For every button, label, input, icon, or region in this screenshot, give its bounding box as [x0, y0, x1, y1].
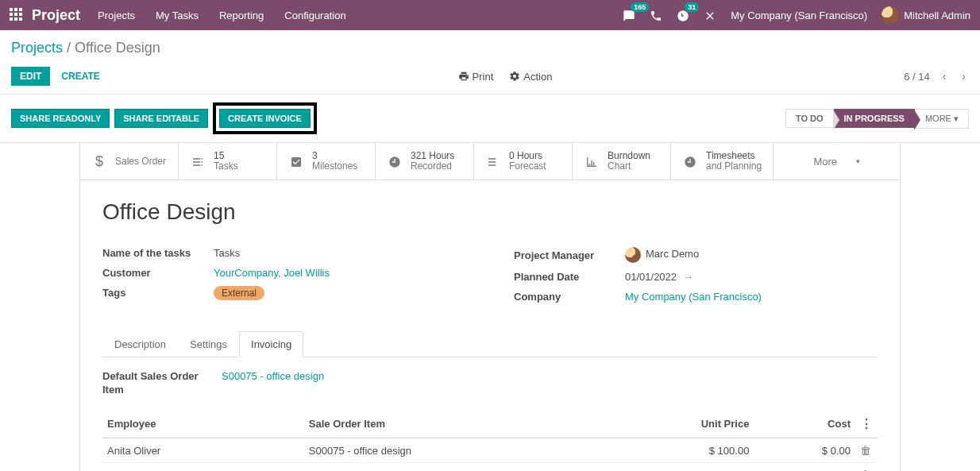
breadcrumb-root[interactable]: Projects [11, 40, 63, 56]
menu-projects[interactable]: Projects [98, 10, 135, 21]
label-customer: Customer [102, 267, 214, 279]
stat-hours-forecast[interactable]: 0 HoursForecast [474, 143, 573, 180]
cell-employee: Mitchell Admin [102, 463, 304, 471]
clock-icon [387, 153, 403, 170]
phone-icon[interactable] [650, 8, 662, 22]
value-name-tasks: Tasks [214, 247, 240, 259]
chart-icon [584, 153, 600, 170]
label-tags: Tags [102, 287, 214, 299]
table-row[interactable]: Mitchell AdminS00075 - office design$ 10… [102, 463, 878, 471]
label-planned-date: Planned Date [514, 271, 625, 283]
notebook-tabs: Description Settings Invoicing [102, 331, 878, 357]
arrow-right-icon: → [683, 271, 693, 283]
cell-cost: $ 0.00 [754, 438, 855, 463]
menu-reporting[interactable]: Reporting [219, 10, 264, 21]
company-switcher[interactable]: My Company (San Francisco) [731, 10, 867, 21]
create-invoice-highlight: CREATE INVOICE [213, 102, 317, 134]
cell-soi: S00075 - office design [304, 463, 601, 471]
label-company: Company [514, 291, 625, 303]
pager-prev[interactable]: ‹ [939, 68, 950, 84]
tab-invoicing[interactable]: Invoicing [239, 331, 303, 357]
stat-hours-recorded[interactable]: 321 HoursRecorded [376, 143, 474, 180]
value-company[interactable]: My Company (San Francisco) [625, 291, 762, 303]
breadcrumb: Projects / Office Design [11, 40, 160, 56]
tasks-icon [190, 153, 206, 170]
dollar-icon: $ [91, 153, 107, 170]
share-readonly-button[interactable]: SHARE READONLY [11, 109, 110, 128]
user-menu[interactable]: Mitchell Admin [882, 6, 970, 24]
label-name-tasks: Name of the tasks [102, 247, 214, 259]
kebab-icon[interactable]: ⋮ [860, 417, 873, 430]
stat-burndown[interactable]: BurndownChart [573, 143, 671, 180]
value-project-manager: Marc Demo [646, 249, 699, 261]
menu-my-tasks[interactable]: My Tasks [156, 10, 199, 21]
edit-button[interactable]: EDIT [11, 67, 50, 86]
print-button[interactable]: Print [458, 71, 494, 83]
cell-cost: $ 0.00 [754, 463, 855, 471]
value-default-so[interactable]: S00075 - office design [222, 370, 324, 382]
main-menu: Projects My Tasks Reporting Configuratio… [98, 10, 346, 21]
table-row[interactable]: Anita OliverS00075 - office design$ 100.… [102, 438, 878, 463]
top-navbar: Project Projects My Tasks Reporting Conf… [0, 0, 980, 30]
stat-timesheets[interactable]: Timesheetsand Planning [671, 143, 774, 180]
record-title: Office Design [102, 199, 878, 225]
avatar [882, 6, 899, 24]
cell-unit-price: $ 100.00 [601, 463, 754, 471]
status-more[interactable]: MORE ▾ [915, 109, 969, 129]
app-brand: Project [32, 7, 80, 24]
tag-external: External [214, 286, 264, 300]
chat-badge: 165 [631, 2, 649, 12]
stat-tasks[interactable]: 15Tasks [179, 143, 277, 180]
trash-icon[interactable]: 🗑 [860, 444, 871, 457]
pager-text: 6 / 14 [904, 71, 930, 83]
create-button[interactable]: CREATE [55, 67, 106, 86]
pager-next[interactable]: › [959, 68, 969, 84]
user-name: Mitchell Admin [904, 10, 970, 21]
cell-employee: Anita Oliver [102, 438, 304, 463]
menu-configuration[interactable]: Configuration [284, 10, 345, 21]
pager: 6 / 14 ‹ › [904, 68, 969, 84]
systray: 165 31 My Company (San Francisco) Mitche… [623, 6, 970, 24]
clock-icon [682, 153, 698, 170]
col-employee: Employee [102, 410, 304, 438]
action-button[interactable]: Action [509, 71, 552, 83]
check-icon [288, 153, 304, 170]
stat-milestones[interactable]: 3Milestones [277, 143, 376, 180]
stat-buttons: $ Sales Order 15Tasks 3Milestones 321 Ho… [79, 143, 901, 180]
form-sheet: Office Design Name of the tasks Tasks Cu… [79, 180, 901, 471]
activity-icon[interactable]: 31 [677, 8, 689, 22]
stat-more[interactable]: More ▾ [774, 143, 900, 180]
value-customer[interactable]: YourCompany, Joel Willis [214, 267, 330, 279]
share-editable-button[interactable]: SHARE EDITABLE [114, 109, 208, 128]
label-default-so: Default Sales Order Item [102, 370, 222, 397]
activity-badge: 31 [685, 2, 699, 12]
cell-unit-price: $ 100.00 [601, 438, 754, 463]
apps-icon[interactable] [10, 8, 24, 22]
breadcrumb-current: Office Design [75, 40, 160, 56]
create-invoice-button[interactable]: CREATE INVOICE [219, 109, 311, 128]
label-project-manager: Project Manager [514, 249, 625, 261]
invoicing-table: Employee Sale Order Item Unit Price Cost… [102, 410, 878, 471]
cell-soi: S00075 - office design [304, 438, 601, 463]
value-planned-date: 01/01/2022 [625, 271, 677, 283]
status-todo[interactable]: TO DO [785, 109, 834, 128]
tab-settings[interactable]: Settings [178, 331, 239, 357]
col-cost: Cost [754, 410, 855, 438]
forecast-icon [485, 153, 501, 170]
status-in-progress[interactable]: IN PROGRESS [834, 109, 915, 128]
tab-description[interactable]: Description [102, 331, 178, 357]
chat-icon[interactable]: 165 [623, 8, 635, 22]
col-sale-order-item: Sale Order Item [304, 410, 601, 438]
avatar [625, 247, 641, 263]
col-unit-price: Unit Price [601, 410, 754, 438]
close-icon[interactable] [704, 8, 716, 22]
stat-sales-order[interactable]: $ Sales Order [80, 143, 179, 180]
